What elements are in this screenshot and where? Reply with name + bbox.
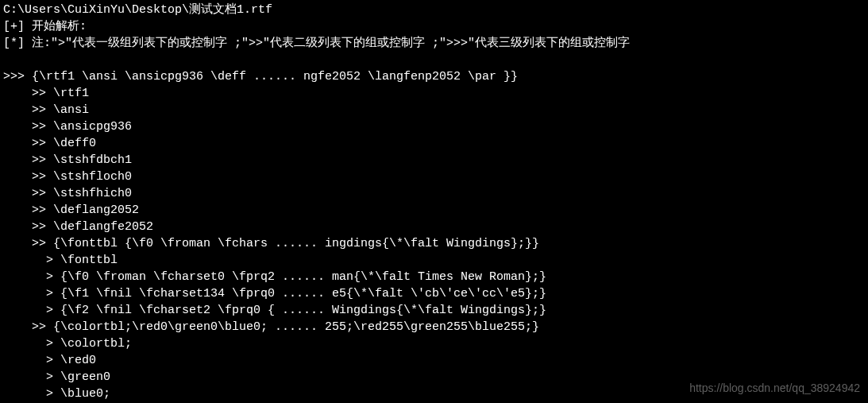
terminal-line: >> \rtf1 [3, 85, 865, 102]
watermark-text: https://blog.csdn.net/qq_38924942 [689, 381, 860, 397]
terminal-line: >> \deflang2052 [3, 202, 865, 219]
terminal-line: >> \deff0 [3, 135, 865, 152]
terminal-line: > \red0 [3, 352, 865, 369]
terminal-line: >> \stshfhich0 [3, 185, 865, 202]
terminal-line: > \fonttbl [3, 252, 865, 269]
terminal-line: >> \ansicpg936 [3, 118, 865, 135]
terminal-line: > {\f0 \froman \fcharset0 \fprq2 ...... … [3, 269, 865, 285]
terminal-line: [*] 注:">"代表一级组列表下的或控制字 ;">>"代表二级列表下的组或控制… [3, 35, 865, 52]
terminal-line: >>> {\rtf1 \ansi \ansicpg936 \deff .....… [3, 68, 865, 85]
terminal-line: >> \ansi [3, 102, 865, 118]
terminal-line: > {\f1 \fnil \fcharset134 \fprq0 ...... … [3, 285, 865, 302]
terminal-line: >> \stshfloch0 [3, 169, 865, 185]
terminal-line: C:\Users\CuiXinYu\Desktop\测试文档1.rtf [3, 2, 865, 18]
terminal-line: > {\f2 \fnil \fcharset2 \fprq0 { ...... … [3, 302, 865, 319]
terminal-line: [+] 开始解析: [3, 18, 865, 35]
terminal-line [3, 52, 865, 68]
terminal-line: >> {\colortbl;\red0\green0\blue0; ......… [3, 319, 865, 335]
terminal-line: > \colortbl; [3, 335, 865, 352]
terminal-line: >> \stshfdbch1 [3, 152, 865, 169]
terminal-line: >> \deflangfe2052 [3, 219, 865, 235]
terminal-line: >> {\fonttbl {\f0 \froman \fchars ......… [3, 235, 865, 252]
terminal-output: C:\Users\CuiXinYu\Desktop\测试文档1.rtf[+] 开… [3, 2, 865, 403]
